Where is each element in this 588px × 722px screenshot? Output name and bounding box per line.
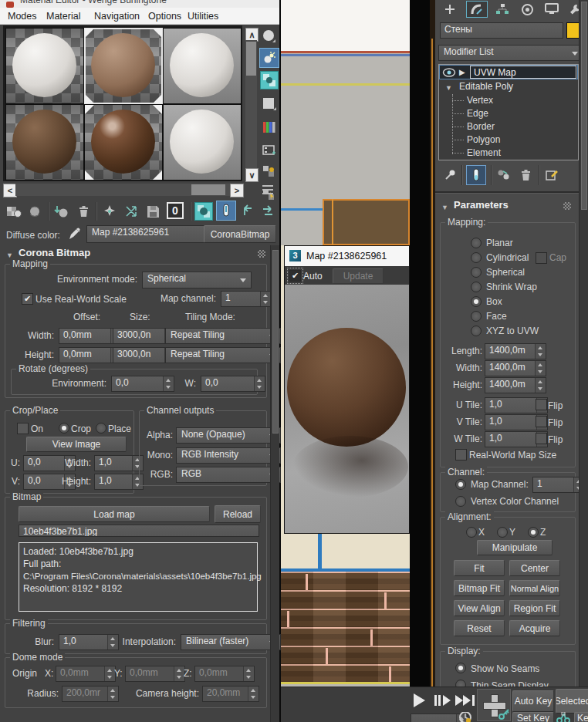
map-preview-window[interactable]: 3 Map #2138625961 ✔ Auto Update — [284, 245, 410, 534]
mapping-box-label[interactable]: Box — [486, 296, 502, 307]
view-align-button[interactable]: View Align — [454, 600, 505, 616]
configure-modifier-sets-icon[interactable] — [543, 167, 560, 184]
mapping-cylindrical-label[interactable]: Cylindrical — [486, 252, 529, 263]
tab-motion[interactable] — [517, 2, 537, 17]
rotate-environment-spinner[interactable] — [163, 376, 174, 391]
put-material-to-scene-icon[interactable] — [26, 202, 45, 221]
menu-modes[interactable]: Modes — [8, 11, 37, 22]
sample-slot-3[interactable] — [163, 28, 242, 104]
modifier-list-dropdown[interactable]: Modifier List — [438, 45, 583, 61]
corona-bitmap-rollout-header[interactable]: Corona Bitmap — [19, 248, 90, 258]
parameters-rollout-header[interactable]: Parameters — [454, 200, 509, 211]
eyedropper-icon[interactable] — [66, 225, 83, 242]
load-map-button[interactable]: Load map — [19, 506, 210, 522]
stack-row-uvw[interactable]: ▶ UVW Map — [439, 65, 578, 79]
slots-hscroll-thumb[interactable] — [191, 184, 225, 195]
stack-row-editable-poly[interactable]: Editable Poly — [459, 81, 513, 92]
go-to-end-button[interactable] — [454, 690, 475, 710]
slots-vscroll-thumb[interactable] — [246, 42, 256, 76]
play-button[interactable] — [409, 690, 429, 710]
menu-options[interactable]: Options — [148, 11, 181, 22]
length-field[interactable]: 1400,0m — [485, 343, 546, 359]
rollout-grip-icon[interactable] — [258, 250, 265, 258]
center-button[interactable]: Center — [509, 560, 560, 576]
sample-slot-2-active[interactable] — [84, 28, 163, 104]
slots-hscroll-track[interactable] — [15, 184, 230, 196]
tab-modify[interactable] — [466, 1, 488, 18]
environment-mode-dropdown[interactable]: Spherical — [142, 272, 252, 288]
show-no-seams-radio[interactable] — [455, 663, 466, 673]
menu-navigation[interactable]: Navigation — [94, 11, 140, 22]
create-key-button[interactable] — [477, 689, 511, 721]
bitmap-fit-button[interactable]: Bitmap Fit — [454, 580, 505, 596]
use-real-world-scale-checkbox[interactable]: ✔ — [22, 293, 33, 305]
cb-width-tiling-dropdown[interactable]: Repeat Tiling — [165, 328, 281, 344]
map-channel-radio[interactable] — [455, 479, 466, 490]
key-filters-button[interactable]: Ke — [574, 712, 588, 722]
tab-hierarchy[interactable] — [492, 2, 512, 17]
rollout-grip-icon[interactable] — [563, 202, 571, 210]
align-z-radio[interactable] — [528, 527, 539, 538]
view-image-button[interactable]: View Image — [26, 437, 127, 452]
rotate-w-spinner[interactable] — [254, 376, 265, 391]
mapping-xyztouvw-radio[interactable] — [471, 326, 482, 336]
assign-material-to-selection-icon[interactable] — [52, 202, 71, 221]
set-key-button[interactable]: Set Key — [512, 712, 554, 722]
mapping-cylindrical-radio[interactable] — [471, 252, 482, 263]
map-type-button[interactable]: CoronaBitmap — [204, 225, 276, 243]
u-flip-checkbox[interactable] — [536, 399, 547, 410]
command-panel-scrollbar-thumb[interactable] — [581, 2, 587, 210]
show-end-result-material-icon[interactable] — [216, 201, 236, 221]
width-field[interactable]: 1400,0m — [485, 360, 546, 376]
mono-dropdown[interactable]: RGB Intensity — [176, 447, 281, 464]
crop-on-checkbox[interactable] — [17, 423, 29, 434]
acquire-button[interactable]: Acquire — [509, 620, 560, 636]
map-slot-dropdown[interactable]: Map #2138625961 — [86, 225, 218, 243]
mapping-planar-label[interactable]: Planar — [486, 238, 513, 248]
stack-row-vertex[interactable]: Vertex — [467, 95, 493, 106]
map-channel-field[interactable]: 1 — [532, 477, 585, 493]
mapping-spherical-label[interactable]: Spherical — [486, 267, 525, 278]
cap-checkbox[interactable] — [536, 252, 547, 264]
stack-row-element[interactable]: Element — [467, 147, 501, 158]
alpha-dropdown[interactable]: None (Opaque) — [176, 427, 281, 444]
mapping-face-label[interactable]: Face — [486, 311, 507, 322]
material-editor-scrollbar-thumb[interactable] — [272, 250, 279, 434]
place-radio[interactable] — [96, 423, 106, 434]
show-shaded-material-in-viewport-icon[interactable] — [194, 202, 213, 221]
sample-slot-5[interactable] — [84, 104, 163, 180]
stack-row-polygon[interactable]: Polygon — [467, 134, 500, 145]
make-unique-material-icon[interactable] — [122, 202, 140, 221]
height-field[interactable]: 1400,0m — [485, 377, 546, 393]
tab-create[interactable] — [440, 2, 460, 17]
make-preview-icon[interactable] — [261, 142, 278, 159]
slots-vscroll-track[interactable] — [245, 40, 257, 168]
get-material-icon[interactable] — [5, 202, 23, 221]
mapping-xyztouvw-label[interactable]: XYZ to UVW — [486, 326, 539, 336]
rotate-w-field[interactable]: 0,0 — [201, 376, 265, 392]
object-name-field[interactable]: Стены — [440, 22, 563, 39]
map-channel-cb-spinner[interactable] — [260, 292, 271, 306]
material-editor-scrollbar[interactable] — [270, 245, 279, 722]
reset-map-icon[interactable] — [74, 202, 93, 221]
update-button[interactable]: Update — [333, 268, 384, 284]
stack-editable-poly-arrow[interactable]: ▼ — [445, 83, 452, 93]
crop-width-field[interactable]: 1,0 — [94, 455, 144, 471]
key-pair-icon[interactable] — [554, 712, 573, 722]
background-icon[interactable] — [260, 71, 279, 89]
bitmap-filename-field[interactable]: 10eb4f3be7b1.jpg — [19, 525, 259, 537]
map-window-titlebar[interactable]: 3 Map #2138625961 — [285, 246, 409, 266]
material-id-channel-icon[interactable]: 0 — [167, 202, 184, 219]
real-world-map-size-checkbox[interactable] — [455, 449, 467, 461]
slots-scroll-right-button[interactable]: > — [230, 184, 244, 197]
mapping-planar-radio[interactable] — [471, 238, 482, 248]
reset-button[interactable]: Reset — [454, 620, 505, 636]
mapping-shrinkwrap-label[interactable]: Shrink Wrap — [486, 282, 537, 292]
reload-button[interactable]: Reload — [215, 505, 261, 523]
height-spinner[interactable] — [535, 378, 546, 393]
slot-layout-options-icon[interactable] — [262, 185, 273, 194]
go-to-parent-icon[interactable] — [239, 202, 258, 221]
normal-align-button[interactable]: Normal Align — [509, 580, 560, 596]
auto-key-button[interactable]: Auto Key — [512, 690, 554, 712]
make-material-copy-icon[interactable] — [100, 202, 119, 221]
